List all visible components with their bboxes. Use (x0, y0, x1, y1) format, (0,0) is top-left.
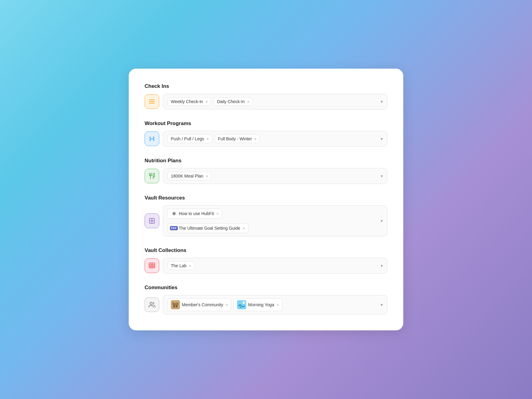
close-weekly-check-in[interactable]: × (206, 99, 208, 104)
svg-point-4 (151, 220, 153, 222)
section-workout-programs: Workout Programs Push / Pull / Legs × Fu… (145, 120, 387, 147)
svg-point-10 (174, 301, 176, 303)
chevron-workout: ▾ (381, 136, 383, 141)
dropdown-workout[interactable]: Push / Pull / Legs × Full Body - Winter … (163, 131, 387, 147)
section-check-ins: Check Ins Weekly Check-In × (145, 83, 387, 110)
icon-vault (145, 214, 159, 228)
tags-workout: Push / Pull / Legs × Full Body - Winter … (167, 135, 378, 143)
tag-label: Weekly Check-In (171, 99, 203, 104)
tag-label: How to use HubFit (179, 211, 214, 216)
tag-daily-check-in: Daily Check-In × (214, 97, 253, 106)
tag-label: Daily Check-In (217, 99, 245, 104)
dropdown-collections[interactable]: The Lab × ▾ (163, 258, 387, 274)
tag-label: 1800K Meal Plan (171, 174, 203, 178)
vault-tags: ❄ How to use HubFit × PDF The Ultimate G… (167, 209, 378, 233)
tags-nutrition: 1800K Meal Plan × (167, 172, 378, 180)
section-row-communities: Member's Community × (145, 295, 387, 315)
chevron-check-ins: ▾ (381, 99, 383, 104)
chevron-collections: ▾ (381, 263, 383, 268)
dropdown-communities[interactable]: Member's Community × (163, 295, 387, 315)
snowflake-icon: ❄ (171, 210, 177, 217)
tags-check-ins: Weekly Check-In × Daily Check-In × (167, 97, 378, 106)
tag-members-community: Member's Community × (167, 298, 231, 311)
icon-check-ins (145, 94, 159, 109)
section-row-collections: The Lab × ▾ (145, 258, 387, 274)
close-hubfit[interactable]: × (216, 211, 219, 216)
close-full-body-winter[interactable]: × (254, 137, 257, 141)
tag-label: Morning Yoga (248, 302, 274, 307)
tag-hubfit: ❄ How to use HubFit × (167, 209, 222, 218)
section-vault-resources: Vault Resources ❄ How to use HubFit × (145, 195, 387, 236)
icon-nutrition (145, 169, 159, 183)
section-label-check-ins: Check Ins (145, 83, 387, 89)
community-img-2 (237, 300, 246, 309)
section-row-vault: ❄ How to use HubFit × PDF The Ultimate G… (145, 205, 387, 236)
section-vault-collections: Vault Collections The Lab × ▾ (145, 247, 387, 274)
chevron-nutrition: ▾ (381, 174, 383, 178)
chevron-communities: ▾ (381, 302, 383, 307)
tag-the-lab: The Lab × (167, 261, 195, 270)
section-nutrition-plans: Nutrition Plans 1800K Meal Plan × ▾ (145, 158, 387, 184)
close-goal-setting[interactable]: × (243, 226, 245, 231)
tags-communities: Member's Community × (167, 298, 378, 311)
tag-goal-setting: PDF The Ultimate Goal Setting Guide × (167, 223, 248, 233)
dropdown-nutrition[interactable]: 1800K Meal Plan × ▾ (163, 168, 387, 184)
pdf-icon: PDF (171, 225, 177, 231)
svg-rect-11 (237, 300, 246, 309)
tag-push-pull-legs: Push / Pull / Legs × (167, 135, 212, 143)
dropdown-vault[interactable]: ❄ How to use HubFit × PDF The Ultimate G… (163, 205, 387, 236)
community-img-1 (171, 300, 180, 309)
section-label-collections: Vault Collections (145, 247, 387, 253)
close-1800k-meal-plan[interactable]: × (206, 174, 208, 178)
section-label-vault: Vault Resources (145, 195, 387, 201)
section-label-workout: Workout Programs (145, 120, 387, 127)
section-row-nutrition: 1800K Meal Plan × ▾ (145, 168, 387, 184)
tag-1800k-meal-plan: 1800K Meal Plan × (167, 172, 211, 180)
tags-collections: The Lab × (167, 261, 378, 270)
section-row-check-ins: Weekly Check-In × Daily Check-In × ▾ (145, 94, 387, 110)
section-label-communities: Communities (145, 285, 387, 291)
tag-label: The Ultimate Goal Setting Guide (179, 226, 240, 231)
tag-weekly-check-in: Weekly Check-In × (167, 97, 211, 106)
svg-point-12 (243, 301, 245, 304)
close-members-community[interactable]: × (226, 303, 228, 307)
tag-label: Member's Community (182, 302, 223, 307)
close-daily-check-in[interactable]: × (247, 99, 250, 104)
tag-morning-yoga: Morning Yoga × (234, 298, 282, 311)
section-communities: Communities (145, 285, 387, 315)
close-the-lab[interactable]: × (189, 264, 191, 268)
section-label-nutrition: Nutrition Plans (145, 158, 387, 164)
section-row-workout: Push / Pull / Legs × Full Body - Winter … (145, 131, 387, 147)
main-card: Check Ins Weekly Check-In × (129, 69, 403, 330)
close-morning-yoga[interactable]: × (277, 303, 279, 307)
tag-label: Push / Pull / Legs (171, 136, 204, 141)
icon-workout (145, 131, 159, 146)
tag-full-body-winter: Full Body - Winter × (215, 135, 260, 143)
vault-row-2: PDF The Ultimate Goal Setting Guide × (167, 223, 378, 233)
chevron-vault: ▾ (381, 218, 383, 223)
tag-label: The Lab (171, 263, 186, 268)
tag-label: Full Body - Winter (218, 136, 252, 141)
dropdown-check-ins[interactable]: Weekly Check-In × Daily Check-In × ▾ (163, 94, 387, 110)
svg-point-13 (239, 304, 242, 307)
svg-point-5 (150, 302, 152, 304)
icon-collections (145, 258, 159, 273)
icon-communities (145, 297, 159, 312)
vault-row-1: ❄ How to use HubFit × (167, 209, 378, 218)
close-push-pull-legs[interactable]: × (207, 137, 209, 141)
